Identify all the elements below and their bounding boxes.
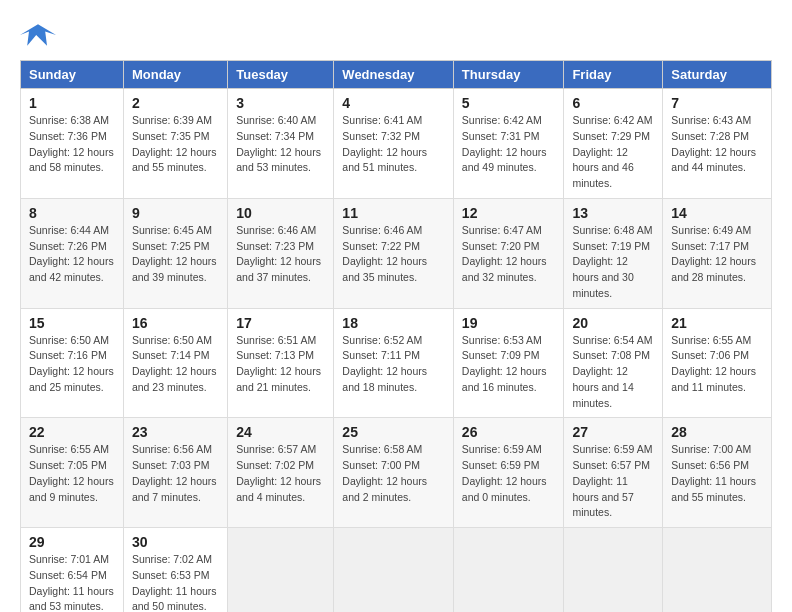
day-number: 3: [236, 95, 325, 111]
day-number: 14: [671, 205, 763, 221]
day-info: Sunrise: 6:42 AMSunset: 7:31 PMDaylight:…: [462, 114, 547, 173]
weekday-header-saturday: Saturday: [663, 61, 772, 89]
day-info: Sunrise: 6:42 AMSunset: 7:29 PMDaylight:…: [572, 114, 652, 189]
calendar-day-cell: 8 Sunrise: 6:44 AMSunset: 7:26 PMDayligh…: [21, 198, 124, 308]
weekday-header-wednesday: Wednesday: [334, 61, 454, 89]
calendar-day-cell: 25 Sunrise: 6:58 AMSunset: 7:00 PMDaylig…: [334, 418, 454, 528]
day-info: Sunrise: 6:50 AMSunset: 7:16 PMDaylight:…: [29, 334, 114, 393]
day-info: Sunrise: 6:51 AMSunset: 7:13 PMDaylight:…: [236, 334, 321, 393]
day-number: 30: [132, 534, 219, 550]
weekday-header-sunday: Sunday: [21, 61, 124, 89]
calendar-day-cell: [228, 528, 334, 613]
day-info: Sunrise: 6:53 AMSunset: 7:09 PMDaylight:…: [462, 334, 547, 393]
day-info: Sunrise: 6:56 AMSunset: 7:03 PMDaylight:…: [132, 443, 217, 502]
day-number: 2: [132, 95, 219, 111]
day-info: Sunrise: 6:39 AMSunset: 7:35 PMDaylight:…: [132, 114, 217, 173]
day-number: 24: [236, 424, 325, 440]
calendar-day-cell: 11 Sunrise: 6:46 AMSunset: 7:22 PMDaylig…: [334, 198, 454, 308]
day-info: Sunrise: 6:59 AMSunset: 6:57 PMDaylight:…: [572, 443, 652, 518]
calendar-table: SundayMondayTuesdayWednesdayThursdayFrid…: [20, 60, 772, 612]
day-number: 21: [671, 315, 763, 331]
day-info: Sunrise: 6:45 AMSunset: 7:25 PMDaylight:…: [132, 224, 217, 283]
calendar-day-cell: [453, 528, 564, 613]
svg-marker-0: [20, 24, 56, 46]
day-number: 20: [572, 315, 654, 331]
day-number: 4: [342, 95, 445, 111]
day-number: 9: [132, 205, 219, 221]
weekday-header-monday: Monday: [123, 61, 227, 89]
day-info: Sunrise: 7:01 AMSunset: 6:54 PMDaylight:…: [29, 553, 114, 612]
day-number: 28: [671, 424, 763, 440]
calendar-day-cell: 10 Sunrise: 6:46 AMSunset: 7:23 PMDaylig…: [228, 198, 334, 308]
day-number: 18: [342, 315, 445, 331]
day-info: Sunrise: 6:50 AMSunset: 7:14 PMDaylight:…: [132, 334, 217, 393]
calendar-day-cell: 6 Sunrise: 6:42 AMSunset: 7:29 PMDayligh…: [564, 89, 663, 199]
day-info: Sunrise: 6:47 AMSunset: 7:20 PMDaylight:…: [462, 224, 547, 283]
calendar-day-cell: 26 Sunrise: 6:59 AMSunset: 6:59 PMDaylig…: [453, 418, 564, 528]
day-info: Sunrise: 6:58 AMSunset: 7:00 PMDaylight:…: [342, 443, 427, 502]
calendar-day-cell: 18 Sunrise: 6:52 AMSunset: 7:11 PMDaylig…: [334, 308, 454, 418]
calendar-day-cell: 20 Sunrise: 6:54 AMSunset: 7:08 PMDaylig…: [564, 308, 663, 418]
day-info: Sunrise: 6:46 AMSunset: 7:22 PMDaylight:…: [342, 224, 427, 283]
logo-bird-icon: [20, 20, 56, 50]
day-info: Sunrise: 6:55 AMSunset: 7:05 PMDaylight:…: [29, 443, 114, 502]
calendar-day-cell: 2 Sunrise: 6:39 AMSunset: 7:35 PMDayligh…: [123, 89, 227, 199]
day-number: 29: [29, 534, 115, 550]
day-number: 7: [671, 95, 763, 111]
calendar-day-cell: 4 Sunrise: 6:41 AMSunset: 7:32 PMDayligh…: [334, 89, 454, 199]
logo: [20, 20, 60, 50]
calendar-day-cell: [564, 528, 663, 613]
day-info: Sunrise: 7:00 AMSunset: 6:56 PMDaylight:…: [671, 443, 756, 502]
day-number: 17: [236, 315, 325, 331]
day-number: 8: [29, 205, 115, 221]
calendar-day-cell: 1 Sunrise: 6:38 AMSunset: 7:36 PMDayligh…: [21, 89, 124, 199]
calendar-day-cell: 15 Sunrise: 6:50 AMSunset: 7:16 PMDaylig…: [21, 308, 124, 418]
page-header: [20, 20, 772, 50]
weekday-header-thursday: Thursday: [453, 61, 564, 89]
calendar-day-cell: 30 Sunrise: 7:02 AMSunset: 6:53 PMDaylig…: [123, 528, 227, 613]
day-info: Sunrise: 7:02 AMSunset: 6:53 PMDaylight:…: [132, 553, 217, 612]
calendar-day-cell: 16 Sunrise: 6:50 AMSunset: 7:14 PMDaylig…: [123, 308, 227, 418]
day-number: 5: [462, 95, 556, 111]
day-number: 23: [132, 424, 219, 440]
calendar-day-cell: 3 Sunrise: 6:40 AMSunset: 7:34 PMDayligh…: [228, 89, 334, 199]
day-number: 27: [572, 424, 654, 440]
day-number: 6: [572, 95, 654, 111]
calendar-day-cell: 28 Sunrise: 7:00 AMSunset: 6:56 PMDaylig…: [663, 418, 772, 528]
day-info: Sunrise: 6:49 AMSunset: 7:17 PMDaylight:…: [671, 224, 756, 283]
day-info: Sunrise: 6:40 AMSunset: 7:34 PMDaylight:…: [236, 114, 321, 173]
calendar-week-row: 29 Sunrise: 7:01 AMSunset: 6:54 PMDaylig…: [21, 528, 772, 613]
day-number: 19: [462, 315, 556, 331]
day-info: Sunrise: 6:44 AMSunset: 7:26 PMDaylight:…: [29, 224, 114, 283]
calendar-day-cell: 27 Sunrise: 6:59 AMSunset: 6:57 PMDaylig…: [564, 418, 663, 528]
day-info: Sunrise: 6:41 AMSunset: 7:32 PMDaylight:…: [342, 114, 427, 173]
weekday-header-tuesday: Tuesday: [228, 61, 334, 89]
calendar-week-row: 22 Sunrise: 6:55 AMSunset: 7:05 PMDaylig…: [21, 418, 772, 528]
day-info: Sunrise: 6:55 AMSunset: 7:06 PMDaylight:…: [671, 334, 756, 393]
calendar-day-cell: 9 Sunrise: 6:45 AMSunset: 7:25 PMDayligh…: [123, 198, 227, 308]
calendar-week-row: 1 Sunrise: 6:38 AMSunset: 7:36 PMDayligh…: [21, 89, 772, 199]
day-number: 13: [572, 205, 654, 221]
calendar-week-row: 15 Sunrise: 6:50 AMSunset: 7:16 PMDaylig…: [21, 308, 772, 418]
day-info: Sunrise: 6:59 AMSunset: 6:59 PMDaylight:…: [462, 443, 547, 502]
weekday-header-friday: Friday: [564, 61, 663, 89]
day-number: 10: [236, 205, 325, 221]
day-number: 22: [29, 424, 115, 440]
calendar-day-cell: 17 Sunrise: 6:51 AMSunset: 7:13 PMDaylig…: [228, 308, 334, 418]
calendar-day-cell: 21 Sunrise: 6:55 AMSunset: 7:06 PMDaylig…: [663, 308, 772, 418]
calendar-day-cell: 19 Sunrise: 6:53 AMSunset: 7:09 PMDaylig…: [453, 308, 564, 418]
calendar-day-cell: [663, 528, 772, 613]
day-number: 16: [132, 315, 219, 331]
calendar-week-row: 8 Sunrise: 6:44 AMSunset: 7:26 PMDayligh…: [21, 198, 772, 308]
day-info: Sunrise: 6:48 AMSunset: 7:19 PMDaylight:…: [572, 224, 652, 299]
day-info: Sunrise: 6:52 AMSunset: 7:11 PMDaylight:…: [342, 334, 427, 393]
day-number: 15: [29, 315, 115, 331]
day-info: Sunrise: 6:57 AMSunset: 7:02 PMDaylight:…: [236, 443, 321, 502]
day-info: Sunrise: 6:46 AMSunset: 7:23 PMDaylight:…: [236, 224, 321, 283]
day-info: Sunrise: 6:54 AMSunset: 7:08 PMDaylight:…: [572, 334, 652, 409]
calendar-day-cell: 22 Sunrise: 6:55 AMSunset: 7:05 PMDaylig…: [21, 418, 124, 528]
calendar-day-cell: 23 Sunrise: 6:56 AMSunset: 7:03 PMDaylig…: [123, 418, 227, 528]
day-info: Sunrise: 6:38 AMSunset: 7:36 PMDaylight:…: [29, 114, 114, 173]
calendar-day-cell: 13 Sunrise: 6:48 AMSunset: 7:19 PMDaylig…: [564, 198, 663, 308]
day-number: 26: [462, 424, 556, 440]
